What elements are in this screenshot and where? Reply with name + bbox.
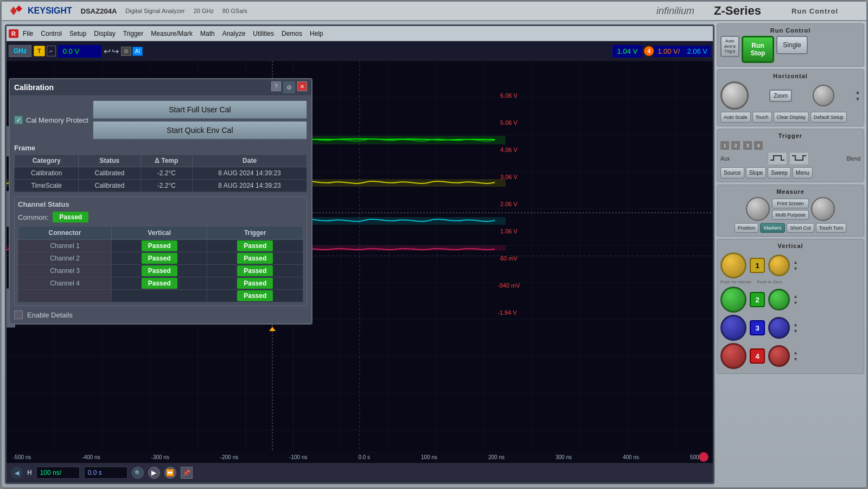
markers-button[interactable]: Markers bbox=[760, 223, 786, 233]
ch3-fine-knob[interactable] bbox=[768, 317, 790, 339]
svg-text:2.06 V: 2.06 V bbox=[500, 201, 518, 207]
time-per-div-input[interactable] bbox=[36, 467, 80, 479]
ch2-arrow-down[interactable]: ▼ bbox=[793, 300, 798, 306]
measure-knob[interactable] bbox=[746, 197, 770, 221]
ch4-v-knob[interactable] bbox=[720, 343, 746, 369]
default-setup-button[interactable]: Default Setup bbox=[810, 112, 847, 123]
settings-icon[interactable]: ⚙ bbox=[121, 47, 131, 56]
volt-display: 0.0 V bbox=[58, 45, 101, 58]
menu-analyze[interactable]: Analyze bbox=[219, 29, 249, 39]
zoom-indicator bbox=[699, 452, 709, 462]
h-arrow-up[interactable]: ▲ bbox=[855, 89, 860, 95]
channel-status-section: Channel Status Common: Passed Connector … bbox=[14, 196, 307, 306]
frame-col-status: Status bbox=[79, 155, 141, 167]
clear-display-button[interactable]: Clear Display bbox=[774, 112, 809, 123]
menu-trigger[interactable]: Trigger bbox=[120, 29, 147, 39]
ch2-arrow-up[interactable]: ▲ bbox=[793, 294, 798, 299]
redo-icon[interactable]: ↪ bbox=[112, 46, 119, 56]
ch1-arrow-down[interactable]: ▼ bbox=[793, 266, 798, 271]
trigger-menu-button[interactable]: Menu bbox=[793, 167, 813, 179]
ch2-button[interactable]: 2 bbox=[750, 292, 765, 307]
frame-col-date: Date bbox=[193, 155, 307, 167]
horizontal-title: Horizontal bbox=[720, 73, 860, 79]
time-label-0: 0.0 s bbox=[358, 454, 370, 460]
menu-utilities[interactable]: Utilities bbox=[250, 29, 277, 39]
model-number: DSAZ204A bbox=[81, 7, 117, 15]
trigger-t-btn[interactable]: T bbox=[34, 46, 45, 56]
trigger-controls: T ⌐ bbox=[34, 46, 56, 56]
touch-turn-button[interactable]: Touch Turn bbox=[816, 223, 847, 233]
menu-setup[interactable]: Setup bbox=[66, 29, 90, 39]
ch2-v-knob[interactable] bbox=[720, 287, 746, 313]
run-stop-button[interactable]: RunStop bbox=[742, 36, 775, 63]
play-btn[interactable]: ▶ bbox=[148, 467, 160, 479]
horizontal-knob[interactable] bbox=[720, 81, 749, 110]
infinii-brand: infinilium bbox=[656, 5, 694, 17]
print-screen-button[interactable]: Print Screen bbox=[772, 199, 808, 208]
pin-btn[interactable]: 📌 bbox=[181, 467, 193, 479]
h-arrow-down[interactable]: ▼ bbox=[855, 96, 860, 102]
menu-math[interactable]: Math bbox=[197, 29, 218, 39]
sweep-button[interactable]: Sweep bbox=[768, 167, 791, 179]
ch2-fine-knob[interactable] bbox=[768, 289, 790, 310]
brand-name: KEYSIGHT bbox=[28, 6, 72, 16]
ch1-arrow-up[interactable]: ▲ bbox=[793, 259, 798, 265]
enable-details-checkbox[interactable] bbox=[14, 310, 23, 319]
ch4-button[interactable]: 4 bbox=[750, 348, 765, 364]
ch4-arrow-down[interactable]: ▼ bbox=[793, 357, 798, 362]
cal-close-button[interactable]: ✕ bbox=[297, 81, 307, 91]
ai-icon[interactable]: AI bbox=[132, 47, 143, 56]
search-icon[interactable]: 🔍 bbox=[132, 467, 144, 479]
ch2-arrows: ▲ ▼ bbox=[793, 294, 798, 306]
auto-scale-button[interactable]: Auto Scale bbox=[720, 112, 751, 123]
touch-button[interactable]: Touch bbox=[752, 112, 772, 123]
cal-indicator: R bbox=[9, 29, 18, 38]
short-cut-button[interactable]: Short Cut bbox=[787, 223, 814, 233]
ch3-v-knob[interactable] bbox=[720, 315, 746, 341]
slope-button[interactable]: Slope bbox=[746, 167, 767, 179]
menu-file[interactable]: File bbox=[20, 29, 36, 39]
horizontal-fine-knob[interactable] bbox=[813, 85, 834, 106]
ch4-fine-knob[interactable] bbox=[768, 345, 790, 367]
source-button[interactable]: Source bbox=[720, 167, 744, 179]
cal-memory-checkbox[interactable]: ✓ bbox=[14, 116, 23, 124]
ch1-fine-knob[interactable] bbox=[768, 255, 790, 276]
ch1-v-knob[interactable] bbox=[720, 252, 746, 278]
fast-forward-btn[interactable]: ⏩ bbox=[164, 467, 176, 479]
ch3-arrow-down[interactable]: ▼ bbox=[793, 328, 798, 334]
start-full-cal-button[interactable]: Start Full User Cal bbox=[93, 100, 307, 119]
measure-panel-section: Measure Print Screen Multi Purpose Posit… bbox=[717, 185, 864, 237]
undo-icon[interactable]: ↩ bbox=[104, 46, 111, 56]
nav-left-btn[interactable]: ◀ bbox=[11, 467, 23, 479]
ch1-button[interactable]: 1 bbox=[750, 258, 765, 273]
cal-help-icon[interactable]: ? bbox=[271, 81, 281, 91]
zoom-button[interactable]: Zoom bbox=[769, 90, 792, 102]
time-label-n500: -500 ns bbox=[13, 454, 31, 460]
cal-icon[interactable]: ⚙ bbox=[283, 81, 295, 93]
position-button[interactable]: Position bbox=[735, 223, 758, 233]
ch3-button[interactable]: 3 bbox=[750, 320, 765, 335]
menu-demos[interactable]: Demos bbox=[278, 29, 305, 39]
menu-help[interactable]: Help bbox=[307, 29, 327, 39]
measure-knob2[interactable] bbox=[811, 197, 835, 221]
ch4-arrow-up[interactable]: ▲ bbox=[793, 350, 798, 355]
trigger-panel-section: Trigger 1 2 3 4 Aux bbox=[717, 129, 864, 182]
auto-armd-btn[interactable]: AutoArm'dTrig'd bbox=[720, 36, 739, 57]
ghz-button[interactable]: GHz bbox=[9, 45, 31, 57]
start-quick-cal-button[interactable]: Start Quick Env Cal bbox=[93, 121, 307, 139]
trigger-wave-1-icon bbox=[768, 152, 787, 165]
trigger-panel-title: Trigger bbox=[720, 132, 860, 139]
multi-purpose-button[interactable]: Multi Purpose bbox=[772, 210, 808, 220]
cal-titlebar: Calibration ? ⚙ ✕ bbox=[10, 79, 311, 96]
single-button[interactable]: Single bbox=[776, 36, 807, 54]
ch4-volt-per-div: 1.00 V/ bbox=[654, 46, 683, 57]
vertical-panel-section: Vertical 1 ▲ ▼ Push for Vernier Push to … bbox=[717, 239, 864, 374]
ch3-arrows: ▲ ▼ bbox=[793, 322, 798, 334]
row2-status: Calibrated bbox=[79, 180, 141, 192]
menu-measure-mark[interactable]: Measure/Mark bbox=[148, 29, 196, 39]
ch3-arrow-up[interactable]: ▲ bbox=[793, 322, 798, 327]
menu-display[interactable]: Display bbox=[91, 29, 118, 39]
model-desc3: 80 GSa/s bbox=[222, 8, 247, 14]
position-input[interactable] bbox=[84, 467, 127, 479]
menu-control[interactable]: Control bbox=[37, 29, 65, 39]
